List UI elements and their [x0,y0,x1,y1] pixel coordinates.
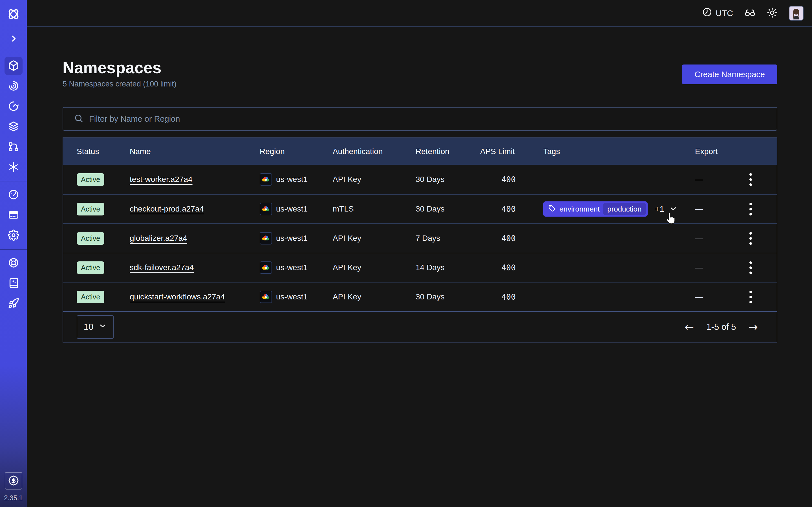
pricing-button[interactable] [5,472,22,490]
app-root: 2.35.1 UTC [0,0,812,507]
column-region: Region [260,147,333,156]
timezone-button[interactable]: UTC [702,7,733,19]
namespaces-table: Status Name Region Authentication Retent… [63,137,777,342]
sun-icon [767,7,777,19]
sidebar-item-namespaces[interactable] [4,57,22,75]
sidebar-item-timer[interactable] [4,98,22,115]
billing-card-icon [8,209,19,221]
filter-input-container [63,107,777,131]
namespace-link[interactable]: checkout-prod.a27a4 [130,205,204,213]
sidebar-item-asterisk[interactable] [4,158,22,176]
aps-limit-value: 400 [480,205,543,214]
gear-icon [8,230,19,242]
layers-icon [8,121,19,133]
sidebar-item-branch[interactable] [4,138,22,156]
filter-input[interactable] [89,114,770,124]
main-content: Namespaces 5 Namespaces created (100 lim… [27,27,812,507]
chevron-right-icon [9,34,18,44]
asterisk-icon [8,161,19,173]
sidebar-divider [0,249,27,249]
gcp-cloud-icon [260,173,272,186]
sidebar-divider [0,181,27,181]
column-aps-limit: APS Limit [480,147,543,156]
aps-limit-value: 400 [480,292,543,302]
column-export: Export [695,147,777,156]
spiral-icon [8,80,19,93]
sidebar-item-settings[interactable] [4,226,22,244]
labs-button[interactable] [744,7,756,19]
region-label: us-west1 [276,263,308,272]
next-page-button[interactable]: → [748,321,758,333]
tag-key: environment [559,205,600,214]
sidebar-item-billing[interactable] [4,206,22,224]
sidebar-item-getting-started[interactable] [4,295,22,313]
status-badge: Active [77,232,104,245]
row-menu-button[interactable] [747,288,755,306]
auth-label: API Key [333,263,416,272]
export-empty-dash: — [695,205,703,214]
namespace-link[interactable]: quickstart-workflows.a27a4 [130,292,225,301]
status-badge: Active [77,262,104,274]
temporal-logo-icon [6,7,21,21]
theme-toggle-button[interactable] [767,7,777,19]
topbar: UTC [27,0,812,27]
export-empty-dash: — [695,263,703,272]
column-authentication: Authentication [333,147,416,156]
retention-label: 30 Days [416,175,480,184]
gcp-cloud-icon [260,291,272,303]
column-status: Status [77,147,130,156]
table-row: Active quickstart-workflows.a27a4 us-wes… [63,282,777,311]
clock-icon [702,7,712,19]
sidebar-nav-help [4,254,22,313]
sidebar-item-docs[interactable] [4,274,22,292]
table-row: Active sdk-failover.a27a4 us-west1 API K… [63,252,777,282]
gcp-cloud-icon [260,232,272,244]
sidebar: 2.35.1 [0,0,27,507]
cube-icon [8,60,19,72]
docs-book-icon [8,277,19,290]
row-menu-button[interactable] [747,259,755,277]
row-menu-button[interactable] [747,229,755,247]
gcp-cloud-icon [260,262,272,274]
branch-icon [8,141,19,153]
prev-page-button[interactable]: ← [684,321,694,333]
sidebar-item-usage[interactable] [4,186,22,204]
sidebar-item-spiral[interactable] [4,77,22,95]
timer-icon [8,101,19,113]
namespace-link[interactable]: sdk-failover.a27a4 [130,263,194,272]
app-version: 2.35.1 [4,494,23,502]
namespace-link[interactable]: test-worker.a27a4 [130,175,193,184]
page-size-value: 10 [84,322,93,332]
column-tags: Tags [543,147,695,156]
page-size-select[interactable]: 10 [77,315,114,339]
chevron-down-icon [98,322,107,332]
row-menu-button[interactable] [747,200,755,218]
table-row: Active checkout-prod.a27a4 us-west1 mTLS… [63,194,777,223]
region-label: us-west1 [276,205,308,214]
glasses-icon [744,7,756,19]
aps-limit-value: 400 [480,263,543,272]
auth-label: API Key [333,292,416,301]
auth-label: mTLS [333,205,416,214]
tag-pill[interactable]: environment production [543,202,648,217]
row-menu-button[interactable] [747,170,755,189]
aps-limit-value: 400 [480,234,543,243]
sidebar-item-layers[interactable] [4,118,22,136]
user-avatar[interactable] [789,6,804,20]
tags-expand-button[interactable] [669,204,678,214]
aps-limit-value: 400 [480,175,543,184]
table-row: Active globalizer.a27a4 us-west1 API Key… [63,223,777,252]
sidebar-item-support[interactable] [4,254,22,272]
status-badge: Active [77,173,104,186]
export-empty-dash: — [695,292,703,302]
sidebar-expand-button[interactable] [7,33,20,45]
pagination-range: 1-5 of 5 [706,322,736,332]
namespace-link[interactable]: globalizer.a27a4 [130,234,187,242]
table-row: Active test-worker.a27a4 us-west1 API Ke… [63,165,777,194]
status-badge: Active [77,291,104,303]
tags-more-count: +1 [655,205,664,214]
region-label: us-west1 [276,175,308,184]
page-header: Namespaces 5 Namespaces created (100 lim… [63,58,777,89]
column-name: Name [130,147,260,156]
create-namespace-button[interactable]: Create Namespace [682,64,777,84]
